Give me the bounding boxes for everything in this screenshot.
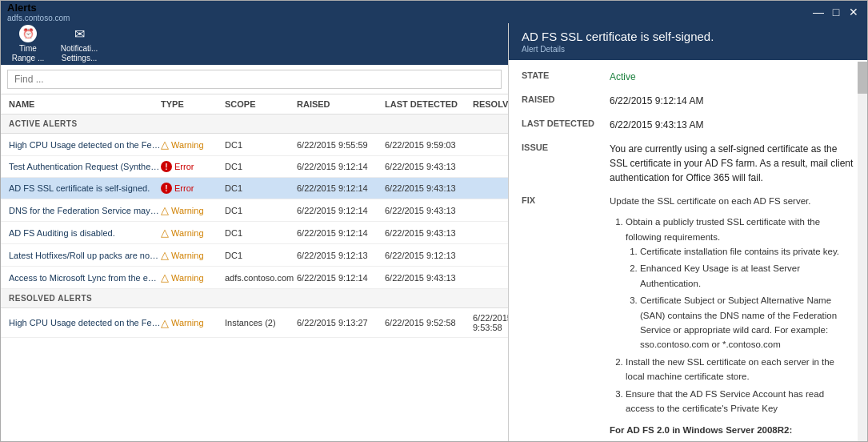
- alert-scope: DC1: [225, 183, 297, 193]
- fix-bold-heading: For AD FS 2.0 in Windows Server 2008R2:: [610, 424, 854, 437]
- alert-type: △ Warning: [161, 249, 225, 261]
- alert-type: ! Error: [161, 183, 225, 194]
- fix-item-3: Ensure that the AD FS Service Account ha…: [626, 387, 854, 416]
- warning-icon: △: [161, 271, 169, 283]
- error-icon: !: [161, 183, 172, 194]
- alerts-list: ACTIVE ALERTS High CPU Usage detected on…: [1, 115, 508, 441]
- app-title: Alerts: [7, 2, 70, 14]
- detail-fix-row: FIX Update the SSL certificate on each A…: [522, 195, 854, 441]
- fix-subitem-2: Enhanced Key Usage is at least Server Au…: [640, 261, 854, 291]
- alert-raised: 6/22/2015 9:55:59: [297, 140, 385, 150]
- alert-last: 6/22/2015 9:43:13: [385, 273, 473, 283]
- alert-scope: DC1: [225, 206, 297, 215]
- alert-raised: 6/22/2015 9:12:14: [297, 183, 385, 193]
- scrollbar-thumb[interactable]: [858, 62, 867, 94]
- fix-content: Update the SSL certificate on each AD FS…: [610, 195, 854, 441]
- detail-title: AD FS SSL certificate is self-signed.: [522, 30, 854, 43]
- issue-label: ISSUE: [522, 142, 610, 152]
- alert-name: Access to Microsoft Lync from the extra.…: [9, 273, 161, 283]
- alert-raised: 6/22/2015 9:13:27: [297, 318, 385, 327]
- fix-label: FIX: [522, 195, 610, 205]
- table-header: NAME TYPE SCOPE RAISED LAST DETECTED RES…: [1, 94, 508, 115]
- error-icon: !: [161, 161, 172, 172]
- alert-name: AD FS Auditing is disabled.: [9, 228, 161, 238]
- alert-name: High CPU Usage detected on the Feder...: [9, 318, 161, 327]
- fix-subitem-1: Certificate installation file contains i…: [640, 244, 854, 259]
- toolbar: ⏰ TimeRange ... ✉ Notificati...Settings.…: [1, 23, 508, 65]
- alert-name: Latest Hotfixes/Roll up packs are not in…: [9, 251, 161, 260]
- warning-icon: △: [161, 227, 169, 239]
- app-subtitle: adfs.contoso.com: [7, 14, 70, 22]
- alert-resolved: 6/22/2015 9:53:58: [473, 313, 508, 332]
- notification-label: Notificati...Settings...: [61, 44, 98, 63]
- clock-icon: ⏰: [19, 25, 37, 42]
- fix-list: Obtain a publicly trusted SSL certificat…: [610, 215, 854, 416]
- detail-header: AD FS SSL certificate is self-signed. Al…: [509, 23, 867, 60]
- alert-type: △ Warning: [161, 227, 225, 239]
- maximize-button[interactable]: □: [829, 6, 843, 18]
- fix-intro: Update the SSL certificate on each AD FS…: [610, 195, 854, 208]
- warning-icon: △: [161, 204, 169, 216]
- left-panel: ⏰ TimeRange ... ✉ Notificati...Settings.…: [1, 23, 509, 441]
- alert-name: DNS for the Federation Service may be...: [9, 206, 161, 215]
- alert-type: ! Error: [161, 161, 225, 172]
- warning-icon: △: [161, 317, 169, 329]
- alert-name: AD FS SSL certificate is self-signed.: [9, 183, 161, 193]
- detail-subtitle: Alert Details: [522, 45, 854, 54]
- right-panel: AD FS SSL certificate is self-signed. Al…: [509, 23, 867, 441]
- alert-raised: 6/22/2015 9:12:14: [297, 273, 385, 283]
- main-window: Alerts adfs.contoso.com — □ ✕ ⏰ TimeRang…: [0, 0, 868, 442]
- envelope-icon: ✉: [70, 25, 88, 42]
- fix-item-2: Install the new SSL certificate on each …: [626, 355, 854, 384]
- alert-type: △ Warning: [161, 271, 225, 283]
- scrollbar-track[interactable]: [858, 62, 867, 441]
- col-header-type: TYPE: [161, 99, 225, 109]
- col-header-scope: SCOPE: [225, 99, 297, 109]
- alert-last: 6/22/2015 9:52:58: [385, 318, 473, 327]
- alert-scope: Instances (2): [225, 318, 297, 327]
- fix-sublist-1: Certificate installation file contains i…: [626, 244, 854, 352]
- search-bar: [1, 65, 508, 94]
- minimize-button[interactable]: —: [811, 6, 826, 18]
- alert-scope: DC1: [225, 162, 297, 171]
- alert-raised: 6/22/2015 9:12:14: [297, 162, 385, 171]
- alert-type: △ Warning: [161, 317, 225, 329]
- detail-body[interactable]: STATE Active RAISED 6/22/2015 9:12:14 AM…: [509, 60, 867, 441]
- alert-last: 6/22/2015 9:59:03: [385, 140, 473, 150]
- warning-icon: △: [161, 249, 169, 261]
- notification-settings-button[interactable]: ✉ Notificati...Settings...: [60, 25, 98, 63]
- alert-scope: DC1: [225, 251, 297, 260]
- alert-row[interactable]: Test Authentication Request (Synthetic..…: [1, 156, 508, 178]
- detail-last-detected-row: LAST DETECTED 6/22/2015 9:43:13 AM: [522, 118, 854, 132]
- alert-last: 6/22/2015 9:43:13: [385, 206, 473, 215]
- alert-last: 6/22/2015 9:43:13: [385, 183, 473, 193]
- alert-name: Test Authentication Request (Synthetic..…: [9, 162, 161, 171]
- detail-issue-row: ISSUE You are currently using a self-sig…: [522, 142, 854, 185]
- alert-type: △ Warning: [161, 204, 225, 216]
- alert-raised: 6/22/2015 9:12:14: [297, 206, 385, 215]
- raised-value: 6/22/2015 9:12:14 AM: [610, 94, 854, 108]
- alert-scope: DC1: [225, 228, 297, 238]
- alert-row[interactable]: High CPU Usage detected on the Feder... …: [1, 134, 508, 156]
- time-range-button[interactable]: ⏰ TimeRange ...: [9, 25, 47, 63]
- issue-value: You are currently using a self-signed ce…: [610, 142, 854, 185]
- last-detected-value: 6/22/2015 9:43:13 AM: [610, 118, 854, 132]
- active-alerts-section: ACTIVE ALERTS: [1, 115, 508, 134]
- alert-raised: 6/22/2015 9:12:13: [297, 251, 385, 260]
- alert-row[interactable]: DNS for the Federation Service may be...…: [1, 199, 508, 222]
- alert-row[interactable]: AD FS Auditing is disabled. △ Warning DC…: [1, 222, 508, 244]
- alert-name: High CPU Usage detected on the Feder...: [9, 140, 161, 150]
- close-button[interactable]: ✕: [846, 6, 861, 18]
- alert-row[interactable]: Latest Hotfixes/Roll up packs are not in…: [1, 244, 508, 267]
- alert-row-selected[interactable]: AD FS SSL certificate is self-signed. ! …: [1, 178, 508, 199]
- search-input[interactable]: [7, 70, 502, 89]
- col-header-raised: RAISED: [297, 99, 385, 109]
- alert-row[interactable]: Access to Microsoft Lync from the extra.…: [1, 267, 508, 289]
- col-header-last: LAST DETECTED: [385, 99, 473, 109]
- alert-row[interactable]: High CPU Usage detected on the Feder... …: [1, 308, 508, 338]
- alert-scope: DC1: [225, 140, 297, 150]
- raised-label: RAISED: [522, 94, 610, 104]
- warning-icon: △: [161, 139, 169, 151]
- window-controls[interactable]: — □ ✕: [811, 6, 861, 18]
- last-detected-label: LAST DETECTED: [522, 118, 610, 128]
